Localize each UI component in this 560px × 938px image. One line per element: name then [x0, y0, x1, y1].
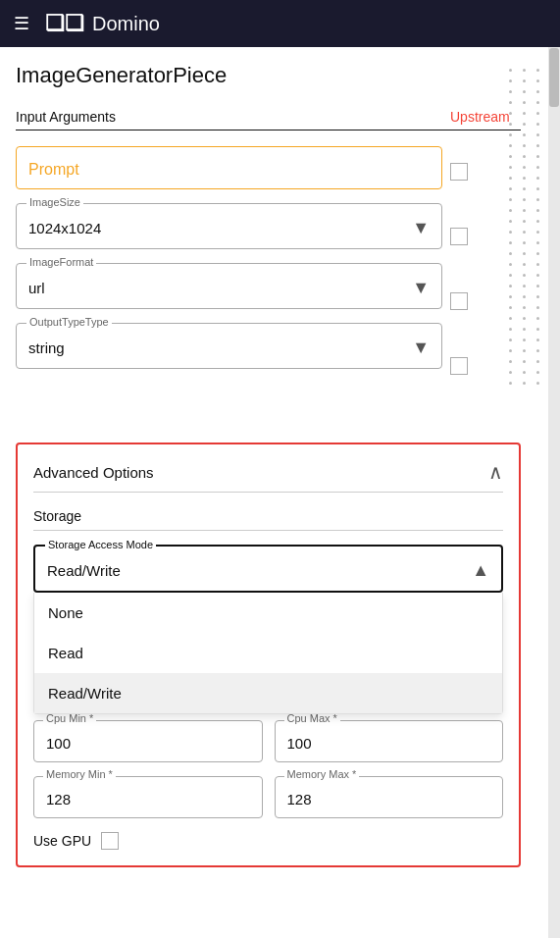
page-title: ImageGeneratorPiece	[16, 63, 521, 88]
memory-min-field: Memory Min *	[33, 776, 263, 818]
cpu-min-input[interactable]	[33, 720, 263, 762]
dot-grid	[509, 69, 542, 385]
logo-icon: ❑❑	[45, 11, 84, 36]
output-type-upstream-checkbox[interactable]	[450, 357, 468, 375]
image-format-field: ImageFormat url ▼	[16, 263, 442, 309]
prompt-upstream-checkbox[interactable]	[450, 163, 468, 181]
storage-access-mode-chevron-icon: ▲	[472, 560, 489, 581]
image-size-field: ImageSize 1024x1024 ▼	[16, 203, 442, 249]
storage-access-mode-value: Read/Write	[47, 562, 121, 579]
image-size-select[interactable]: ImageSize 1024x1024 ▼	[16, 203, 442, 249]
cpu-max-field: Cpu Max *	[275, 720, 504, 762]
memory-row: Memory Min * Memory Max *	[33, 776, 503, 818]
cpu-max-input[interactable]	[275, 720, 504, 762]
advanced-options-header: Advanced Options ∧	[33, 460, 503, 493]
storage-section-label: Storage	[33, 508, 503, 531]
memory-min-input[interactable]	[33, 776, 263, 818]
use-gpu-label: Use GPU	[33, 833, 91, 849]
upstream-label: Upstream	[450, 109, 510, 125]
dropdown-item-readwrite[interactable]: Read/Write	[34, 673, 502, 713]
advanced-options-title: Advanced Options	[33, 464, 154, 481]
scrollbar[interactable]	[548, 47, 560, 938]
logo-area: ❑❑ Domino	[45, 11, 160, 36]
output-type-type-select[interactable]: OutputTypeType string ▼	[16, 323, 442, 369]
image-size-label: ImageSize	[26, 196, 83, 208]
image-format-value: url	[28, 280, 45, 296]
advanced-options-section: Advanced Options ∧ Storage Storage Acces…	[16, 443, 521, 867]
dropdown-item-read[interactable]: Read	[34, 633, 502, 673]
cpu-min-field: Cpu Min *	[33, 720, 263, 762]
collapse-icon[interactable]: ∧	[488, 460, 503, 484]
hamburger-icon[interactable]: ☰	[14, 13, 29, 34]
top-navigation: ☰ ❑❑ Domino	[0, 0, 560, 47]
storage-access-mode-label: Storage Access Mode	[45, 539, 156, 550]
use-gpu-row: Use GPU	[33, 832, 503, 850]
output-type-type-label: OutputTypeType	[26, 316, 112, 328]
use-gpu-checkbox[interactable]	[101, 832, 119, 850]
storage-access-mode-field: Storage Access Mode Read/Write ▲ None Re…	[33, 545, 503, 593]
logo-text: Domino	[92, 13, 160, 35]
storage-access-mode-select[interactable]: Storage Access Mode Read/Write ▲	[33, 545, 503, 593]
prompt-input[interactable]	[16, 146, 442, 189]
input-arguments-label: Input Arguments	[16, 109, 116, 125]
memory-max-field: Memory Max *	[275, 776, 504, 818]
memory-min-label: Memory Min *	[43, 768, 116, 780]
memory-max-label: Memory Max *	[284, 768, 360, 780]
image-size-upstream-checkbox[interactable]	[450, 228, 468, 245]
image-size-chevron-icon: ▼	[412, 218, 430, 238]
cpu-row: Cpu Min * Cpu Max *	[33, 720, 503, 762]
image-format-upstream-checkbox[interactable]	[450, 292, 468, 310]
image-format-chevron-icon: ▼	[412, 278, 430, 298]
dropdown-item-none[interactable]: None	[34, 593, 502, 633]
output-type-type-value: string	[28, 339, 65, 356]
image-format-label: ImageFormat	[26, 256, 96, 268]
scrollbar-thumb[interactable]	[549, 48, 559, 107]
memory-max-input[interactable]	[275, 776, 504, 818]
image-format-select[interactable]: ImageFormat url ▼	[16, 263, 442, 309]
storage-access-mode-dropdown: None Read Read/Write	[33, 593, 503, 714]
prompt-field	[16, 146, 442, 189]
output-type-type-chevron-icon: ▼	[412, 338, 430, 358]
image-size-value: 1024x1024	[28, 220, 101, 236]
output-type-type-field: OutputTypeType string ▼	[16, 323, 442, 369]
